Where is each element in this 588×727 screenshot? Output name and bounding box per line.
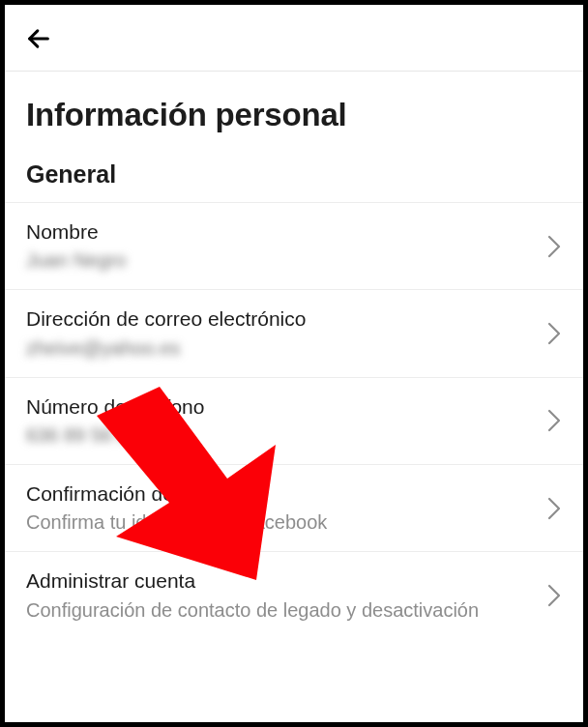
row-label: Nombre (26, 218, 533, 246)
back-button[interactable] (22, 22, 55, 55)
row-value: zheive@yahoo.es (26, 335, 533, 362)
row-value: Juan Negro (26, 247, 533, 274)
phone-row[interactable]: Número de teléfono 636 89 56 00 (5, 378, 583, 465)
row-label: Administrar cuenta (26, 567, 533, 595)
row-text: Confirmación de identidad Confirma tu id… (26, 480, 533, 536)
row-value: Configuración de contacto de legado y de… (26, 597, 533, 624)
row-text: Nombre Juan Negro (26, 218, 533, 274)
row-value: Confirma tu identidad en Facebook (26, 509, 533, 536)
chevron-right-icon (546, 583, 562, 608)
settings-list: Nombre Juan Negro Dirección de correo el… (5, 202, 583, 639)
manage-account-row[interactable]: Administrar cuenta Configuración de cont… (5, 552, 583, 638)
name-row[interactable]: Nombre Juan Negro (5, 202, 583, 290)
page-title: Información personal (5, 72, 583, 160)
row-text: Administrar cuenta Configuración de cont… (26, 567, 533, 623)
header-bar (5, 5, 583, 65)
row-value: 636 89 56 00 (26, 422, 533, 449)
row-label: Dirección de correo electrónico (26, 305, 533, 333)
row-label: Número de teléfono (26, 393, 533, 421)
chevron-right-icon (546, 496, 562, 521)
arrow-left-icon (25, 25, 52, 52)
chevron-right-icon (546, 408, 562, 433)
section-title-general: General (5, 160, 583, 202)
identity-row[interactable]: Confirmación de identidad Confirma tu id… (5, 465, 583, 552)
chevron-right-icon (546, 321, 562, 346)
row-label: Confirmación de identidad (26, 480, 533, 508)
email-row[interactable]: Dirección de correo electrónico zheive@y… (5, 290, 583, 377)
row-text: Dirección de correo electrónico zheive@y… (26, 305, 533, 361)
chevron-right-icon (546, 234, 562, 259)
row-text: Número de teléfono 636 89 56 00 (26, 393, 533, 449)
